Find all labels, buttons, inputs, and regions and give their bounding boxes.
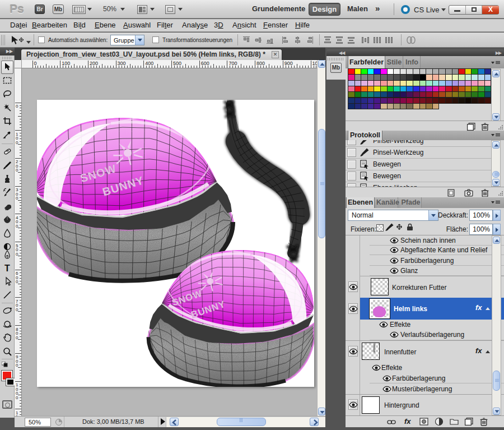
svg-text:0: 0 [16, 395, 18, 400]
svg-text:100: 100 [62, 61, 70, 66]
svg-text:0: 0 [34, 61, 37, 66]
svg-text:500: 500 [173, 61, 181, 66]
svg-text:0: 0 [16, 104, 18, 109]
svg-text:600: 600 [201, 61, 209, 66]
svg-text:700: 700 [228, 61, 237, 66]
svg-text:800: 800 [256, 61, 265, 66]
svg-text:200: 200 [90, 61, 98, 66]
svg-text:400: 400 [145, 61, 153, 66]
svg-text:1000: 1000 [312, 61, 318, 66]
svg-text:300: 300 [118, 61, 126, 66]
svg-text:900: 900 [284, 61, 293, 66]
svg-text:T: T [4, 263, 10, 273]
